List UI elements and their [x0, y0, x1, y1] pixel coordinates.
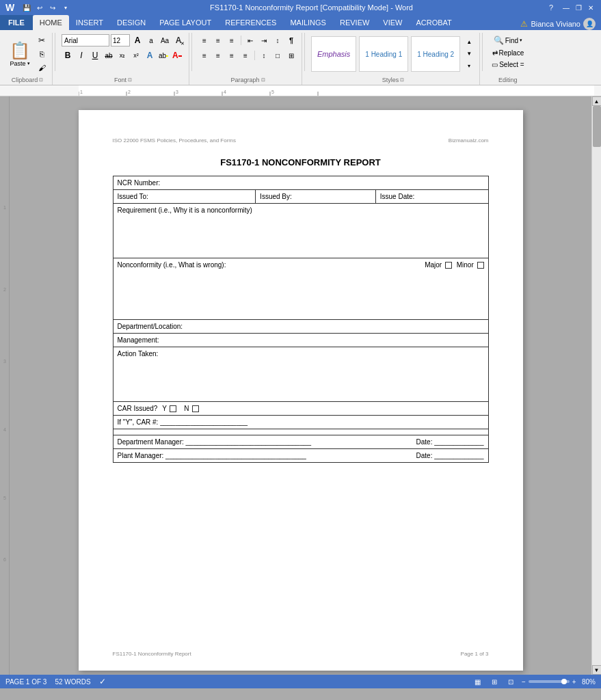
tab-review[interactable]: REVIEW — [333, 15, 376, 30]
styles-expand-icon[interactable]: ⊡ — [400, 77, 404, 83]
minor-checkbox[interactable] — [477, 262, 484, 269]
scrollbar-track[interactable] — [592, 106, 602, 665]
paste-button[interactable]: 📋 Paste ▾ — [7, 40, 33, 68]
copy-button[interactable]: ⎘ — [36, 48, 48, 60]
proofing-icon[interactable]: ✓ — [99, 677, 106, 686]
ncr-number-label: NCR Number: — [118, 179, 161, 187]
ribbon-sep-2 — [191, 33, 192, 71]
numbering-btn[interactable]: ≡ — [212, 34, 224, 46]
grow-font-btn[interactable]: A — [131, 34, 144, 46]
justify-btn[interactable]: ≡ — [239, 49, 252, 62]
nonconformity-cell: Nonconformity (i.e., What is wrong): Maj… — [113, 258, 488, 320]
superscript-btn[interactable]: x² — [130, 49, 142, 62]
footer-right: Page 1 of 3 — [461, 651, 489, 657]
underline-btn[interactable]: U — [89, 49, 101, 62]
para-mid-row: ≡ ≡ ≡ ≡ ↕ □ ⊞ — [198, 49, 297, 62]
car-n-checkbox[interactable] — [192, 405, 199, 412]
bold-btn[interactable]: B — [62, 49, 74, 62]
italic-btn[interactable]: I — [75, 49, 88, 62]
scrollbar-thumb[interactable] — [593, 106, 601, 147]
sort-btn[interactable]: ↕ — [271, 34, 284, 46]
center-btn[interactable]: ≡ — [212, 49, 224, 62]
find-icon: 🔍 — [494, 36, 504, 45]
clear-formatting-btn[interactable]: A ✕ — [172, 34, 185, 46]
table-row-plant-manager: Plant Manager: _________________________… — [113, 449, 488, 463]
decrease-indent-btn[interactable]: ⇤ — [244, 34, 256, 46]
zoom-out-btn[interactable]: − — [522, 678, 526, 686]
shrink-font-btn[interactable]: a — [145, 34, 157, 46]
font-name-input[interactable] — [62, 34, 109, 46]
increase-indent-btn[interactable]: ⇥ — [258, 34, 270, 46]
replace-label: Replace — [499, 49, 524, 57]
tab-references[interactable]: REFERENCES — [218, 15, 283, 30]
font-group-content: A a Aa A ✕ B I U ab x₂ x² A ab — [62, 33, 185, 75]
redo-quick-btn[interactable]: ↪ — [47, 2, 58, 13]
save-quick-btn[interactable]: 💾 — [21, 2, 32, 13]
font-group: A a Aa A ✕ B I U ab x₂ x² A ab — [57, 33, 189, 85]
zoom-in-btn[interactable]: + — [572, 678, 576, 686]
style-heading1[interactable]: 1 Heading 1 — [359, 36, 408, 72]
change-case-btn[interactable]: Aa — [159, 34, 171, 46]
title-bar: W 💾 ↩ ↪ ▾ FS1170-1 Nonconformity Report … — [0, 0, 601, 15]
highlight-btn[interactable]: ab — [157, 49, 170, 62]
page-footer: FS1170-1 Nonconformity Report Page 1 of … — [113, 651, 489, 657]
file-tab[interactable]: FILE — [0, 15, 33, 30]
car-y-checkbox[interactable] — [170, 405, 176, 412]
font-size-input[interactable] — [111, 34, 130, 46]
tab-acrobat[interactable]: ACROBAT — [409, 15, 458, 30]
styles-scroll-down-btn[interactable]: ▼ — [463, 48, 475, 59]
style-heading2[interactable]: 1 Heading 2 — [411, 36, 460, 72]
close-btn[interactable]: ✕ — [586, 3, 596, 12]
styles-expand-btn[interactable]: ▾ — [463, 60, 475, 72]
help-btn[interactable]: ? — [549, 3, 553, 12]
subscript-btn[interactable]: x₂ — [116, 49, 129, 62]
print-view-btn[interactable]: ▦ — [472, 676, 483, 687]
web-view-btn[interactable]: ⊡ — [505, 676, 516, 687]
font-color-btn[interactable]: A — [171, 49, 183, 62]
quick-access-more-btn[interactable]: ▾ — [60, 2, 71, 13]
line-spacing-btn[interactable]: ↕ — [258, 49, 270, 62]
cut-button[interactable]: ✂ — [36, 34, 48, 46]
tab-design[interactable]: DESIGN — [110, 15, 152, 30]
align-right-btn[interactable]: ≡ — [226, 49, 238, 62]
align-left-btn[interactable]: ≡ — [198, 49, 211, 62]
undo-quick-btn[interactable]: ↩ — [34, 2, 45, 13]
scroll-down-btn[interactable]: ▼ — [592, 665, 602, 675]
styles-scroll-up-btn[interactable]: ▲ — [463, 36, 475, 48]
user-name[interactable]: Bianca Viviano — [531, 20, 580, 28]
table-row-dept: Department/Location: — [113, 320, 488, 334]
paragraph-expand-icon[interactable]: ⊡ — [261, 77, 265, 83]
borders-btn[interactable]: ⊞ — [285, 49, 297, 62]
paste-dropdown-icon[interactable]: ▾ — [27, 61, 30, 66]
restore-btn[interactable]: ❐ — [574, 3, 583, 12]
tab-view[interactable]: VIEW — [376, 15, 409, 30]
tab-page-layout[interactable]: PAGE LAYOUT — [152, 15, 218, 30]
font-expand-icon[interactable]: ⊡ — [128, 77, 132, 83]
select-button[interactable]: ▭ Select = — [489, 59, 526, 70]
format-painter-button[interactable]: 🖌 — [36, 62, 48, 74]
ribbon-sep-1 — [55, 33, 55, 71]
action-taken-label: Action Taken: — [118, 350, 159, 358]
scroll-up-btn[interactable]: ▲ — [592, 96, 602, 106]
tab-mailings[interactable]: MAILINGS — [283, 15, 333, 30]
user-avatar[interactable]: 👤 — [583, 18, 596, 30]
zoom-slider[interactable] — [529, 680, 570, 683]
shading-btn[interactable]: □ — [271, 49, 284, 62]
show-marks-btn[interactable]: ¶ — [285, 34, 297, 46]
style-emphasis[interactable]: Emphasis — [311, 36, 356, 72]
clipboard-expand-icon[interactable]: ⊡ — [39, 77, 43, 83]
multilevel-btn[interactable]: ≡ — [226, 34, 238, 46]
right-scrollbar[interactable]: ▲ ▼ — [591, 96, 601, 675]
major-checkbox[interactable] — [445, 262, 452, 269]
find-button[interactable]: 🔍 Find ▾ — [491, 34, 525, 46]
minimize-btn[interactable]: — — [561, 3, 571, 12]
find-dropdown-icon[interactable]: ▾ — [520, 38, 522, 43]
strikethrough-btn[interactable]: ab — [103, 49, 115, 62]
replace-button[interactable]: ⇄ Replace — [490, 48, 527, 58]
tab-insert[interactable]: INSERT — [69, 15, 110, 30]
tab-home[interactable]: HOME — [33, 15, 69, 30]
full-view-btn[interactable]: ⊞ — [489, 676, 500, 687]
text-effects-btn[interactable]: A — [144, 49, 156, 62]
bullets-btn[interactable]: ≡ — [198, 34, 211, 46]
main-area: 1 2 3 4 5 6 ISO 22000 FSMS Policies, Pro… — [0, 96, 601, 675]
